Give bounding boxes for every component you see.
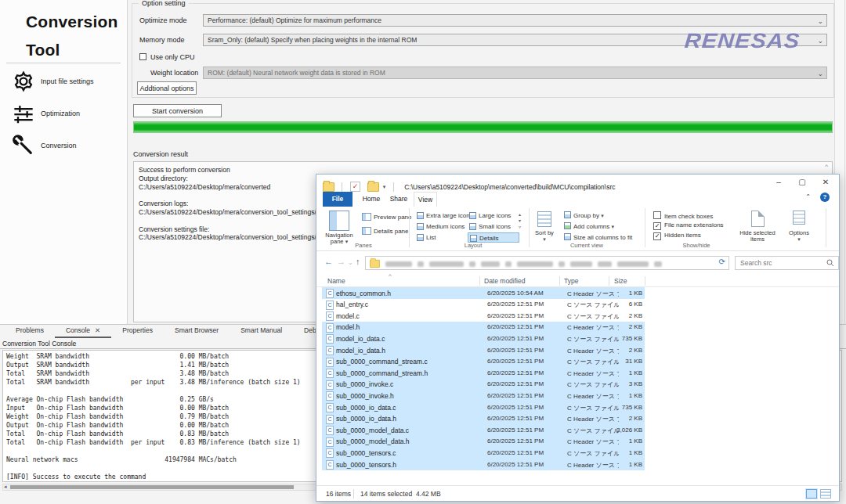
checkbox-hidden-items[interactable]: ✓Hidden items bbox=[653, 232, 701, 240]
sidebar-item-conversion[interactable]: Conversion bbox=[0, 131, 127, 163]
start-conversion-button[interactable]: Start conversion bbox=[133, 104, 222, 117]
scrollbar-thumb[interactable] bbox=[10, 485, 294, 489]
file-date-modified: 6/20/2025 12:51 PM bbox=[487, 404, 544, 411]
up-icon[interactable]: ↑ bbox=[356, 257, 360, 266]
forward-icon[interactable]: → bbox=[337, 257, 345, 266]
console-tab-smart-manual[interactable]: Smart Manual bbox=[230, 325, 293, 338]
layout-small-icons[interactable]: Small icons bbox=[468, 221, 519, 232]
console-tab-console[interactable]: Console✕ bbox=[55, 325, 111, 338]
column-type[interactable]: Type bbox=[564, 277, 578, 285]
sort-by-icon[interactable] bbox=[537, 211, 551, 227]
use-only-cpu-checkbox[interactable] bbox=[139, 53, 146, 60]
close-button[interactable]: ✕ bbox=[814, 175, 837, 191]
file-row[interactable]: Cmodel.h6/20/2025 12:51 PMC Header ソース フ… bbox=[322, 322, 645, 333]
file-row[interactable]: Csub_0000_tensors.c6/20/2025 12:51 PMC ソ… bbox=[322, 447, 645, 459]
file-row[interactable]: Cethosu_common.h6/20/2025 10:54 AMC Head… bbox=[322, 287, 645, 299]
file-row[interactable]: Csub_0000_command_stream.c6/20/2025 12:5… bbox=[322, 356, 645, 368]
file-row[interactable]: Cmodel.c6/20/2025 12:51 PMC ソース ファイル2 KB bbox=[322, 310, 645, 322]
file-type: C ソース ファイル bbox=[567, 312, 619, 321]
file-row[interactable]: Csub_0000_model_data.c6/20/2025 12:51 PM… bbox=[322, 424, 645, 436]
back-icon[interactable]: ← bbox=[324, 257, 333, 266]
optimize-mode-value: Performance: (default) Optimize for maxi… bbox=[208, 16, 381, 24]
quick-access-check-icon[interactable]: ✓ bbox=[350, 182, 360, 192]
navigation-pane-icon[interactable] bbox=[329, 211, 349, 231]
maximize-button[interactable]: ▢ bbox=[790, 175, 814, 191]
sidebar-item-optimization[interactable]: Optimization bbox=[0, 99, 127, 131]
thumbnail-view-toggle-icon[interactable] bbox=[820, 489, 831, 499]
blurred-path-segment bbox=[385, 261, 412, 267]
blurred-path-segment bbox=[429, 261, 464, 267]
file-row[interactable]: Csub_0000_invoke.h6/20/2025 12:51 PMC He… bbox=[322, 390, 645, 401]
file-row[interactable]: Csub_0000_io_data.c6/20/2025 12:51 PMC ソ… bbox=[322, 401, 645, 413]
details-view-toggle-icon[interactable] bbox=[806, 489, 817, 499]
menu-tab-share[interactable]: Share bbox=[387, 192, 410, 207]
help-icon[interactable]: ? bbox=[820, 193, 830, 202]
details-pane-button[interactable]: Details pane bbox=[362, 227, 408, 235]
scroll-left-icon[interactable]: ◂ bbox=[4, 484, 7, 490]
column-separator[interactable] bbox=[479, 276, 480, 286]
additional-options-button[interactable]: Addtional options bbox=[137, 81, 197, 95]
history-chevron-icon[interactable]: ⌄ bbox=[348, 259, 353, 266]
checkbox-item-check-boxes[interactable]: Item check boxes bbox=[653, 211, 713, 220]
minimize-button[interactable]: – bbox=[767, 175, 790, 191]
search-input[interactable]: Search src bbox=[735, 256, 839, 270]
console-tab-problems[interactable]: Problems bbox=[5, 325, 55, 338]
app-title: Conversion Tool bbox=[26, 8, 118, 64]
file-row[interactable]: Cmodel_io_data.h6/20/2025 12:51 PMC Head… bbox=[322, 344, 645, 356]
hide-selected-items-icon[interactable] bbox=[751, 211, 765, 227]
scroll-up-icon[interactable]: ^ bbox=[825, 163, 828, 170]
gallery-scroll-icons[interactable]: ▴▾▿ bbox=[519, 211, 521, 230]
file-type: C Header ソース フ... bbox=[567, 415, 619, 423]
layout-large-icons[interactable]: Large icons bbox=[468, 211, 519, 221]
column-date-modified[interactable]: Date modified bbox=[484, 277, 525, 285]
group-by-button[interactable]: Group by ▾ bbox=[564, 211, 604, 219]
file-row[interactable]: Csub_0000_command_stream.h6/20/2025 12:5… bbox=[322, 367, 645, 379]
sidebar-item-label: Optimization bbox=[41, 110, 80, 117]
blurred-path-segment bbox=[654, 261, 662, 267]
column-name[interactable]: Name bbox=[327, 277, 345, 285]
checkbox-icon: ✓ bbox=[653, 222, 661, 230]
column-separator[interactable] bbox=[559, 276, 560, 286]
file-row[interactable]: Cmodel_io_data.c6/20/2025 12:51 PMC ソース … bbox=[322, 333, 645, 344]
refresh-icon[interactable]: ⟳ bbox=[719, 257, 725, 266]
file-row[interactable]: Chal_entry.c6/20/2025 12:51 PMC ソース ファイル… bbox=[322, 299, 645, 311]
options-icon[interactable] bbox=[793, 211, 805, 225]
menu-tab-view[interactable]: View bbox=[414, 192, 437, 207]
blurred-path-segment bbox=[469, 261, 475, 267]
options-button[interactable]: Options▾ bbox=[783, 230, 815, 243]
file-row[interactable]: Csub_0000_tensors.h6/20/2025 12:51 PMC H… bbox=[322, 459, 645, 470]
sidebar-item-input-file-settings[interactable]: Input file settings bbox=[0, 67, 127, 99]
layout-medium-icons[interactable]: Medium icons bbox=[415, 221, 467, 232]
file-name: sub_0000_command_stream.c bbox=[336, 358, 428, 365]
collapse-ribbon-icon[interactable]: ⌃ bbox=[805, 193, 811, 200]
layout-extra-large-icons[interactable]: Extra large icons bbox=[415, 211, 467, 221]
add-columns-button[interactable]: Add columns ▾ bbox=[564, 222, 614, 230]
search-placeholder: Search src bbox=[740, 259, 772, 267]
console-tab-smart-browser[interactable]: Smart Browser bbox=[164, 325, 230, 338]
file-row[interactable]: Csub_0000_invoke.c6/20/2025 12:51 PMC ソー… bbox=[322, 379, 645, 391]
file-row[interactable]: Csub_0000_io_data.h6/20/2025 12:51 PMC H… bbox=[322, 413, 645, 425]
preview-pane-button[interactable]: Preview pane bbox=[362, 213, 411, 221]
status-item-count: 16 items bbox=[326, 490, 351, 498]
explorer-titlebar[interactable]: ✓ ▾ C:\Users\a5109224\Desktop\mera\conve… bbox=[316, 175, 839, 192]
optimize-mode-select[interactable]: Performance: (default) Optimize for maxi… bbox=[203, 14, 827, 27]
size-all-columns-button[interactable]: Size all columns to fit bbox=[564, 233, 632, 241]
file-size: 1 KB bbox=[616, 392, 642, 399]
column-size[interactable]: Size bbox=[614, 277, 627, 285]
file-size: 3,026 KB bbox=[616, 427, 642, 434]
menu-tab-home[interactable]: Home bbox=[359, 192, 384, 207]
chevron-down-icon[interactable]: ▾ bbox=[383, 184, 386, 189]
address-input[interactable]: ⟳ bbox=[365, 256, 729, 270]
column-separator[interactable] bbox=[645, 276, 645, 286]
hide-selected-items-button[interactable]: Hide selected items bbox=[736, 230, 779, 243]
file-date-modified: 6/20/2025 12:51 PM bbox=[487, 427, 544, 434]
menu-tab-file[interactable]: File bbox=[323, 192, 352, 207]
close-tab-icon[interactable]: ✕ bbox=[95, 326, 100, 334]
file-row[interactable]: Csub_0000_model_data.h6/20/2025 12:51 PM… bbox=[322, 436, 645, 448]
column-separator[interactable] bbox=[609, 276, 609, 286]
sort-by-button[interactable]: Sort by▾ bbox=[530, 230, 559, 243]
checkbox-file-name-extensions[interactable]: ✓File name extensions bbox=[653, 221, 724, 230]
console-tab-properties[interactable]: Properties bbox=[111, 325, 164, 338]
file-date-modified: 6/20/2025 12:51 PM bbox=[487, 437, 544, 445]
c-file-icon: C bbox=[326, 311, 334, 321]
